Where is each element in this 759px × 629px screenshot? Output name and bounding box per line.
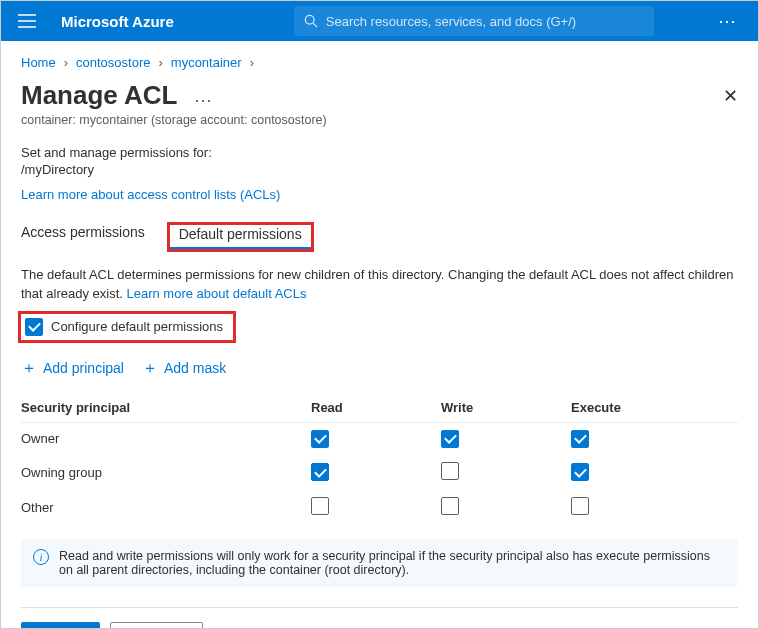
- principal-name: Owning group: [21, 465, 311, 480]
- configure-default-label: Configure default permissions: [51, 319, 223, 334]
- execute-checkbox[interactable]: [571, 497, 589, 515]
- discard-button[interactable]: Discard: [110, 622, 203, 629]
- plus-icon: ＋: [21, 358, 37, 379]
- read-checkbox[interactable]: [311, 497, 329, 515]
- divider: [21, 607, 738, 608]
- info-text: Read and write permissions will only wor…: [59, 549, 726, 577]
- add-principal-button[interactable]: ＋Add principal: [21, 358, 124, 379]
- tabs: Access permissions Default permissions: [21, 224, 738, 250]
- info-icon: i: [33, 549, 49, 565]
- breadcrumb-storage[interactable]: contosostore: [76, 55, 150, 70]
- configure-default-permissions-row[interactable]: Configure default permissions: [21, 314, 233, 340]
- info-banner: i Read and write permissions will only w…: [21, 539, 738, 587]
- configure-default-checkbox[interactable]: [25, 318, 43, 336]
- add-mask-label: Add mask: [164, 360, 226, 376]
- close-button[interactable]: ✕: [723, 85, 738, 107]
- col-execute: Execute: [571, 400, 701, 415]
- read-checkbox[interactable]: [311, 430, 329, 448]
- read-checkbox[interactable]: [311, 463, 329, 481]
- breadcrumb: Home › contosostore › mycontainer ›: [21, 55, 738, 70]
- top-bar: Microsoft Azure ⋯: [1, 1, 758, 41]
- context-path: /myDirectory: [21, 162, 738, 177]
- hamburger-menu-icon[interactable]: [9, 14, 45, 28]
- chevron-right-icon: ›: [158, 55, 162, 70]
- context-label: Set and manage permissions for:: [21, 145, 738, 160]
- page-subtitle: container: mycontainer (storage account:…: [21, 113, 738, 127]
- col-principal: Security principal: [21, 400, 311, 415]
- add-principal-label: Add principal: [43, 360, 124, 376]
- write-checkbox[interactable]: [441, 462, 459, 480]
- execute-checkbox[interactable]: [571, 463, 589, 481]
- permissions-table: Security principal Read Write Execute Ow…: [21, 393, 738, 525]
- principal-name: Owner: [21, 431, 311, 446]
- search-icon: [304, 14, 318, 28]
- tab-default-permissions[interactable]: Default permissions: [169, 224, 312, 250]
- default-permissions-description: The default ACL determines permissions f…: [21, 266, 738, 304]
- page-more-icon[interactable]: ⋯: [194, 89, 214, 111]
- execute-checkbox[interactable]: [571, 430, 589, 448]
- col-read: Read: [311, 400, 441, 415]
- svg-point-0: [305, 15, 314, 24]
- table-row: Owner: [21, 423, 738, 455]
- plus-icon: ＋: [142, 358, 158, 379]
- table-row: Other: [21, 490, 738, 525]
- chevron-right-icon: ›: [250, 55, 254, 70]
- table-header: Security principal Read Write Execute: [21, 393, 738, 423]
- tab-access-permissions[interactable]: Access permissions: [21, 224, 145, 250]
- page-title: Manage ACL: [21, 80, 178, 111]
- write-checkbox[interactable]: [441, 430, 459, 448]
- brand-label: Microsoft Azure: [61, 13, 174, 30]
- write-checkbox[interactable]: [441, 497, 459, 515]
- breadcrumb-home[interactable]: Home: [21, 55, 56, 70]
- top-more-icon[interactable]: ⋯: [706, 10, 750, 32]
- breadcrumb-container[interactable]: mycontainer: [171, 55, 242, 70]
- principal-name: Other: [21, 500, 311, 515]
- global-search[interactable]: [294, 6, 654, 36]
- learn-acl-link[interactable]: Learn more about access control lists (A…: [21, 187, 280, 202]
- add-mask-button[interactable]: ＋Add mask: [142, 358, 226, 379]
- save-button[interactable]: Save: [21, 622, 100, 629]
- table-row: Owning group: [21, 455, 738, 490]
- learn-default-acl-link[interactable]: Learn more about default ACLs: [127, 286, 307, 301]
- col-write: Write: [441, 400, 571, 415]
- svg-line-1: [313, 23, 317, 27]
- search-input[interactable]: [326, 14, 644, 29]
- chevron-right-icon: ›: [64, 55, 68, 70]
